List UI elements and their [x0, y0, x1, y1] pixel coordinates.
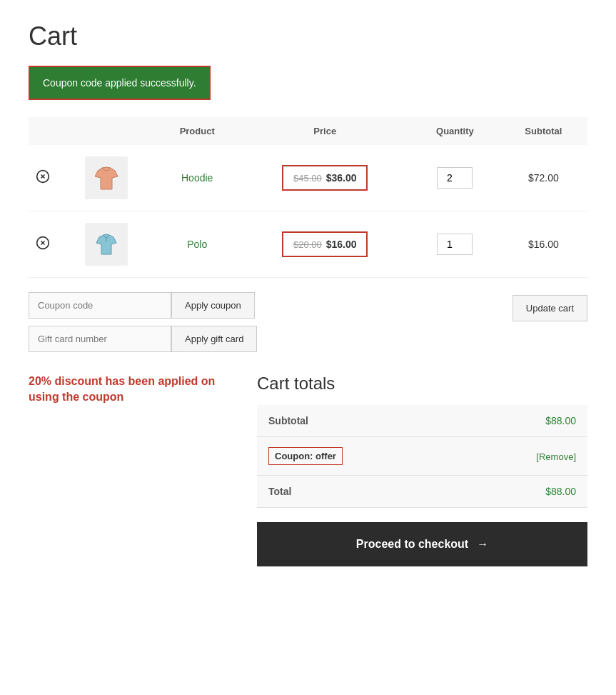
table-row: Hoodie $45.00$36.00 $72.00: [29, 145, 587, 211]
hoodie-new-price: $36.00: [326, 172, 357, 184]
bottom-section: 20% discount has been applied on using t…: [29, 374, 587, 566]
col-price: Price: [239, 117, 410, 145]
subtotal-row: Subtotal $88.00: [257, 405, 587, 437]
coupon-badge: Coupon: offer: [268, 447, 343, 465]
apply-coupon-button[interactable]: Apply coupon: [171, 292, 255, 319]
page-title: Cart: [29, 21, 587, 51]
hoodie-link[interactable]: Hoodie: [181, 172, 213, 184]
gift-card-input[interactable]: [29, 326, 171, 352]
hoodie-quantity-input[interactable]: [437, 167, 473, 189]
polo-subtotal: $16.00: [500, 211, 587, 278]
discount-note: 20% discount has been applied on using t…: [29, 374, 228, 406]
hoodie-old-price: $45.00: [293, 173, 322, 184]
polo-old-price: $20.00: [293, 239, 322, 250]
totals-table: Subtotal $88.00 Coupon: offer [Remove] T…: [257, 405, 587, 508]
apply-gift-card-button[interactable]: Apply gift card: [171, 326, 257, 352]
coupon-totals-label: Coupon: offer: [257, 437, 458, 476]
coupon-remove-cell: [Remove]: [458, 437, 587, 476]
coupon-totals-row: Coupon: offer [Remove]: [257, 437, 587, 476]
remove-coupon-link[interactable]: [Remove]: [536, 451, 576, 462]
checkout-label: Proceed to checkout: [356, 538, 468, 551]
coupon-input[interactable]: [29, 292, 171, 319]
col-quantity: Quantity: [410, 117, 500, 145]
subtotal-value: $88.00: [458, 405, 587, 437]
subtotal-label: Subtotal: [257, 405, 458, 437]
remove-polo-button[interactable]: [36, 236, 50, 254]
polo-price-cell: $20.00$16.00: [282, 231, 368, 257]
success-banner: Coupon code applied successfully.: [29, 66, 211, 100]
polo-link[interactable]: Polo: [187, 239, 207, 250]
col-remove: [29, 117, 57, 145]
total-value: $88.00: [458, 476, 587, 508]
hoodie-subtotal: $72.00: [500, 145, 587, 211]
left-actions: Apply coupon Apply gift card: [29, 292, 257, 352]
checkout-arrow-icon: →: [477, 538, 488, 551]
update-cart-button[interactable]: Update cart: [513, 295, 587, 321]
remove-hoodie-button[interactable]: [36, 169, 50, 187]
polo-quantity-input[interactable]: [437, 234, 473, 255]
table-row: Polo $20.00$16.00 $16.00: [29, 211, 587, 278]
cart-totals: Cart totals Subtotal $88.00 Coupon: offe…: [257, 374, 587, 566]
coupon-row: Apply coupon: [29, 292, 257, 319]
col-product: Product: [155, 117, 239, 145]
polo-new-price: $16.00: [326, 239, 357, 250]
success-message: Coupon code applied successfully.: [43, 77, 196, 89]
cart-table: Product Price Quantity Subtotal: [29, 117, 587, 278]
gift-card-row: Apply gift card: [29, 326, 257, 352]
cart-totals-title: Cart totals: [257, 374, 587, 394]
checkout-wrapper: Proceed to checkout →: [257, 522, 587, 566]
col-thumb: [57, 117, 155, 145]
proceed-to-checkout-button[interactable]: Proceed to checkout →: [257, 522, 587, 566]
polo-thumbnail: [85, 223, 128, 266]
total-label: Total: [257, 476, 458, 508]
total-row: Total $88.00: [257, 476, 587, 508]
col-subtotal: Subtotal: [500, 117, 587, 145]
hoodie-thumbnail: [85, 156, 128, 199]
hoodie-price-cell: $45.00$36.00: [282, 165, 368, 191]
